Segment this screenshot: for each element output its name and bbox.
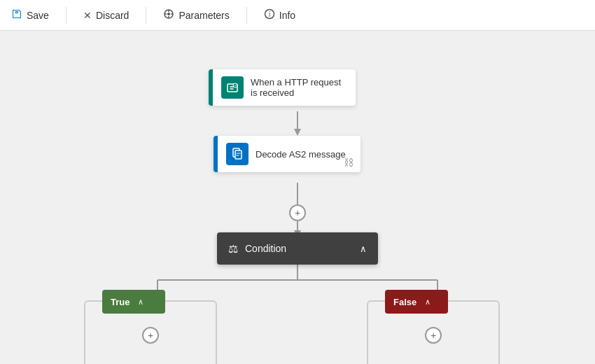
svg-text:i: i [269,10,270,18]
decode-as2-label: Decode AS2 message [255,149,346,160]
false-branch-box: False ∧ + [367,300,500,364]
false-branch-chevron-icon: ∧ [425,298,430,307]
plus-icon-false: + [430,330,436,340]
true-branch-header[interactable]: True ∧ [102,290,165,314]
false-branch-label: False [393,297,416,307]
divider-1 [66,7,66,24]
svg-point-1 [167,13,170,15]
save-button[interactable]: Save [11,8,49,22]
info-icon: i [264,8,275,22]
condition-node[interactable]: ⚖ Condition ∧ [217,232,378,265]
divider-3 [246,7,247,24]
link-icon: ⛓ [344,157,354,168]
plus-icon-true: + [148,330,153,340]
svg-rect-24 [235,150,241,159]
parameters-label: Parameters [178,10,229,21]
discard-icon: ✕ [83,10,92,21]
info-label: Info [279,10,295,21]
save-icon [11,8,22,22]
divider-2 [146,7,146,24]
condition-label: Condition [245,243,286,254]
condition-chevron-icon: ∧ [360,244,367,254]
parameters-button[interactable]: Parameters [163,8,229,22]
svg-marker-9 [294,129,301,136]
false-branch-header[interactable]: False ∧ [385,290,448,314]
true-branch-chevron-icon: ∧ [138,298,144,307]
decode-as2-node[interactable]: Decode AS2 message ⛓ [214,136,360,172]
discard-button[interactable]: ✕ Discard [83,10,129,21]
discard-label: Discard [96,10,129,21]
plus-icon-1: + [295,208,300,218]
true-branch-box: True ∧ + [84,300,217,364]
add-step-false-button[interactable]: + [425,327,442,344]
toolbar: Save ✕ Discard Parameters i Info [0,0,595,31]
canvas: When a HTTP request is received Decode A… [0,31,595,364]
parameters-icon [163,8,174,22]
http-request-node[interactable]: When a HTTP request is received [209,69,356,106]
add-step-button-1[interactable]: + [289,204,306,221]
true-branch-label: True [111,297,130,307]
condition-icon: ⚖ [228,242,238,255]
add-step-true-button[interactable]: + [142,327,159,344]
http-request-label: When a HTTP request is received [251,77,347,98]
save-label: Save [27,10,49,21]
info-button[interactable]: i Info [264,8,295,22]
